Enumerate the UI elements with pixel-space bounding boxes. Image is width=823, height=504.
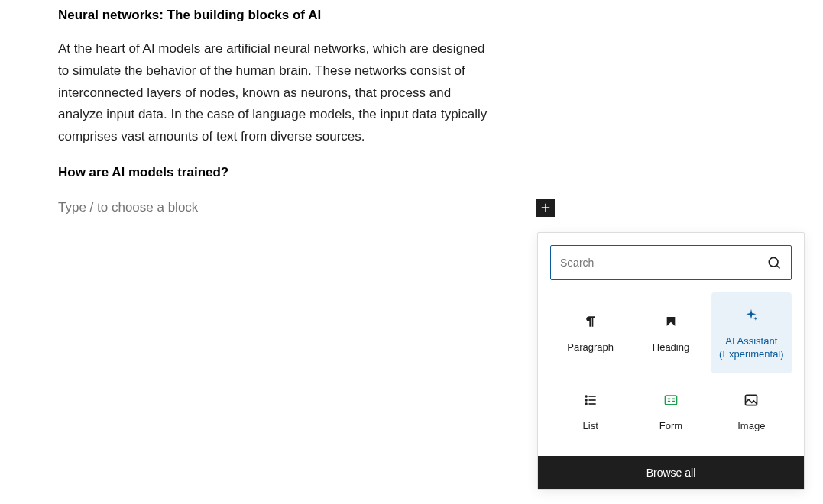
block-label: Image bbox=[737, 420, 765, 433]
editor-content: Neural networks: The building blocks of … bbox=[0, 0, 550, 217]
search-icon bbox=[766, 255, 782, 270]
svg-rect-10 bbox=[665, 396, 676, 405]
svg-point-2 bbox=[769, 257, 778, 267]
paragraph-icon bbox=[582, 312, 600, 331]
empty-block-line: Type / to choose a block bbox=[58, 199, 555, 217]
block-label: Paragraph bbox=[567, 341, 614, 354]
block-list[interactable]: List bbox=[550, 373, 630, 450]
block-label: List bbox=[583, 420, 598, 433]
list-icon bbox=[582, 391, 600, 409]
block-inserter-popover: Paragraph Heading AI Assistant (Experime… bbox=[537, 232, 805, 490]
block-label: Form bbox=[659, 420, 682, 433]
sparkle-icon bbox=[742, 306, 760, 325]
plus-icon bbox=[539, 201, 552, 215]
block-ai-assistant[interactable]: AI Assistant (Experimental) bbox=[711, 292, 792, 373]
search-box[interactable] bbox=[550, 245, 792, 280]
search-input[interactable] bbox=[560, 257, 766, 269]
image-icon bbox=[742, 391, 760, 409]
svg-point-8 bbox=[585, 399, 587, 401]
svg-rect-13 bbox=[672, 399, 675, 400]
browse-all-button[interactable]: Browse all bbox=[538, 456, 804, 489]
paragraph-block[interactable]: At the heart of AI models are artificial… bbox=[58, 38, 492, 148]
add-block-button[interactable] bbox=[536, 199, 555, 217]
svg-point-9 bbox=[585, 403, 587, 405]
svg-point-7 bbox=[585, 396, 587, 397]
svg-line-3 bbox=[777, 266, 780, 269]
block-heading[interactable]: Heading bbox=[630, 292, 711, 373]
heading-icon bbox=[662, 312, 680, 331]
block-paragraph[interactable]: Paragraph bbox=[550, 292, 630, 373]
block-placeholder-text[interactable]: Type / to choose a block bbox=[58, 200, 198, 215]
search-wrap bbox=[538, 233, 804, 292]
form-icon bbox=[662, 391, 680, 409]
heading-block-1[interactable]: Neural networks: The building blocks of … bbox=[58, 6, 492, 24]
block-image[interactable]: Image bbox=[711, 373, 792, 450]
block-form[interactable]: Form bbox=[630, 373, 711, 450]
block-label: Heading bbox=[653, 341, 689, 354]
heading-block-2[interactable]: How are AI models trained? bbox=[58, 163, 492, 182]
block-grid: Paragraph Heading AI Assistant (Experime… bbox=[538, 292, 804, 456]
svg-rect-14 bbox=[672, 401, 675, 402]
block-label: AI Assistant (Experimental) bbox=[716, 335, 787, 361]
